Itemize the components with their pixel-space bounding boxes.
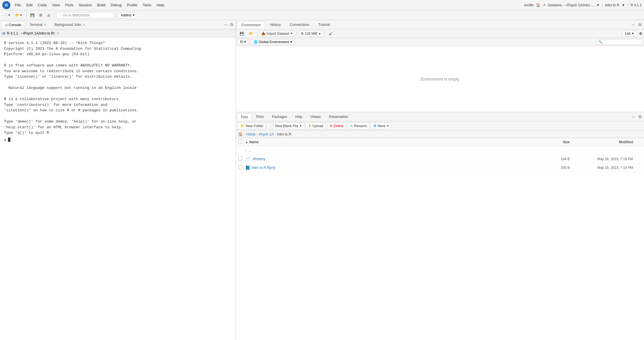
intro-chevron[interactable]: ▼ <box>622 3 625 7</box>
tab-viewer[interactable]: Viewer <box>306 113 324 120</box>
env-brush-btn[interactable]: 🖌 <box>327 31 334 37</box>
tab-plots[interactable]: Plots <box>252 113 268 120</box>
terminal-tab-close[interactable]: ✕ <box>44 23 46 27</box>
new-blank-file-btn[interactable]: 📄 New Blank File ▼ <box>267 123 304 129</box>
header-name-col[interactable]: ▲ Name <box>245 140 541 144</box>
tab-background-jobs[interactable]: Background Jobs ✕ <box>51 21 89 28</box>
tab-tutorial[interactable]: Tutorial <box>314 21 334 28</box>
publish-icon[interactable]: ↗ <box>543 3 546 7</box>
toolbar-sep-1 <box>26 12 26 18</box>
addins-btn[interactable]: Addins ▼ <box>118 12 138 18</box>
list-btn[interactable]: List ▼ <box>622 31 637 37</box>
tab-help[interactable]: Help <box>291 113 306 120</box>
session-label[interactable]: Sessions · ~/Psych 1A/Intro ... <box>548 3 594 7</box>
files-tab-actions: ─ ⧉ <box>630 114 643 120</box>
menu-help[interactable]: Help <box>154 2 167 8</box>
background-jobs-tab-close[interactable]: ✕ <box>83 23 85 27</box>
menu-view[interactable]: View <box>49 2 62 8</box>
more-chevron[interactable]: ▼ <box>386 124 389 127</box>
maximize-env-btn[interactable]: ⧉ <box>637 22 643 28</box>
rproj-check-box[interactable] <box>238 165 242 169</box>
r-dropdown-label: R <box>240 40 243 44</box>
open-recent-btn[interactable]: 📂 ▼ <box>14 12 24 18</box>
r-dropdown[interactable]: R ▼ <box>238 39 249 45</box>
console-icon: ⊡ <box>5 23 8 27</box>
upload-icon: ⬆ <box>308 124 311 128</box>
r-logo: R <box>2 1 10 9</box>
prompt-symbol: > <box>4 137 6 143</box>
session-chevron[interactable]: ▼ <box>596 3 600 7</box>
env-save-btn[interactable]: 💾 <box>238 31 246 37</box>
new-folder-btn[interactable]: 📁 New Folder <box>238 123 266 129</box>
open-chevron[interactable]: ▼ <box>20 14 22 17</box>
global-env-btn[interactable]: 🌐 Global Environment ▼ <box>251 39 295 45</box>
file-row-parent[interactable]: ↑ .. <box>236 146 644 155</box>
modified-header-label: Modified <box>619 140 633 144</box>
rproj-file-name[interactable]: Intro to R.Rproj <box>252 166 541 170</box>
tab-presentation[interactable]: Presentation <box>325 113 352 120</box>
env-tab-bar: Environment History Connections Tutorial… <box>236 20 644 29</box>
menu-session[interactable]: Session <box>76 2 94 8</box>
intro-label[interactable]: Intro to R <box>605 3 619 7</box>
new-file-chevron[interactable]: ▼ <box>8 14 11 17</box>
more-btn[interactable]: ⚙ More ▼ <box>371 123 392 129</box>
r-version-label: R 4.1.1 <box>630 3 642 7</box>
header-modified-col[interactable]: Modified <box>570 140 633 144</box>
rhistory-checkbox[interactable] <box>238 156 245 161</box>
new-folder-icon: 📁 <box>240 124 245 128</box>
save-all-btn[interactable]: ⊞ <box>37 12 44 18</box>
menu-plots[interactable]: Plots <box>63 2 76 8</box>
menu-tools[interactable]: Tools <box>140 2 154 8</box>
header-size-col[interactable]: Size <box>541 140 570 144</box>
breadcrumb-psych-link[interactable]: Psych 1A <box>259 132 274 136</box>
minimize-files-btn[interactable]: ─ <box>630 114 636 120</box>
memory-chevron: ▼ <box>318 32 321 35</box>
env-search-input[interactable]: 🔍 <box>596 39 642 45</box>
print-btn[interactable]: 🖨 <box>45 12 52 18</box>
maximize-files-btn[interactable]: ⧉ <box>637 114 643 120</box>
go-to-file-input[interactable]: ⌕ Go to file/function <box>56 12 114 18</box>
menu-debug[interactable]: Debug <box>108 2 124 8</box>
tab-terminal[interactable]: Terminal ✕ <box>26 21 50 28</box>
new-blank-file-label: New Blank File <box>275 124 298 128</box>
menu-profile[interactable]: Profile <box>125 2 140 8</box>
rproj-checkbox[interactable] <box>238 165 245 170</box>
maximize-left-btn[interactable]: ⧉ <box>229 22 235 28</box>
file-row-rhistory[interactable]: 📄 .Rhistory 104 B May 16, 2023, 7:18 PM <box>236 155 644 163</box>
import-dataset-btn[interactable]: 📥 Import Dataset ▼ <box>259 31 295 37</box>
menu-build[interactable]: Build <box>95 2 108 8</box>
menu-edit[interactable]: Edit <box>24 2 35 8</box>
upload-btn[interactable]: ⬆ Upload <box>306 123 326 129</box>
home-icon[interactable]: 🏠 <box>238 132 243 136</box>
new-blank-file-chevron[interactable]: ▼ <box>299 124 302 127</box>
env-open-btn[interactable]: 📂 <box>247 31 256 37</box>
console-path-arrow[interactable]: ↗ <box>56 31 59 35</box>
breadcrumb-home-link[interactable]: Home <box>246 132 256 136</box>
tab-files[interactable]: Files <box>237 113 252 121</box>
delete-btn[interactable]: ✕ Delete <box>327 123 346 129</box>
console-content[interactable]: R version 4.1.1 (2021-08-10) -- "Kick Th… <box>0 37 236 340</box>
file-row-rproj[interactable]: 📘 Intro to R.Rproj 205 B May 16, 2023, 7… <box>236 163 644 172</box>
menu-code[interactable]: Code <box>35 2 49 8</box>
size-header-label: Size <box>563 140 570 144</box>
tab-connections[interactable]: Connections <box>286 21 314 28</box>
rename-btn[interactable]: ✏ Rename <box>347 123 369 129</box>
minimize-env-btn[interactable]: ─ <box>630 22 636 28</box>
upper-right-panel: Environment History Connections Tutorial… <box>236 20 644 112</box>
rhistory-file-name[interactable]: .Rhistory <box>252 157 541 161</box>
left-tab-actions: ─ ⧉ <box>223 22 235 28</box>
new-file-btn[interactable]: 📄 ▼ <box>2 12 12 18</box>
minimize-left-btn[interactable]: ─ <box>223 22 229 28</box>
save-btn[interactable]: 💾 <box>28 12 36 18</box>
tab-environment[interactable]: Environment <box>237 21 265 28</box>
select-all-checkbox[interactable] <box>238 140 242 144</box>
env-settings-btn[interactable]: ⚙ <box>639 32 642 36</box>
right-pane: Environment History Connections Tutorial… <box>236 20 644 340</box>
tab-history[interactable]: History <box>266 21 285 28</box>
tab-packages[interactable]: Packages <box>268 113 291 120</box>
rhistory-check-box[interactable] <box>238 156 242 161</box>
tab-console[interactable]: ⊡ Console <box>1 21 25 28</box>
memory-usage: ⚙ 126 MiB ▼ <box>299 31 323 37</box>
env-open-icon: 📂 <box>249 32 254 36</box>
menu-file[interactable]: File <box>13 2 23 8</box>
